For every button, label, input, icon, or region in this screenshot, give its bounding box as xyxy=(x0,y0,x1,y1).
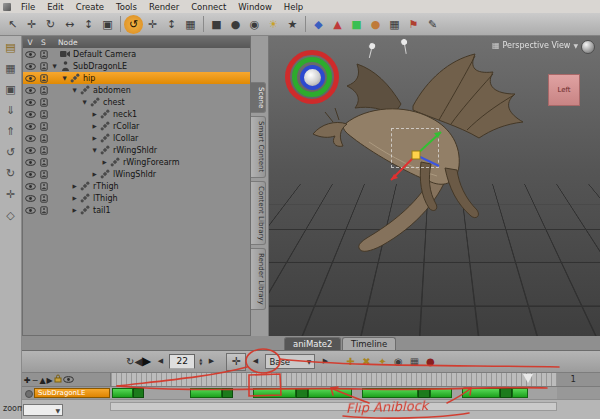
selection-icon[interactable] xyxy=(37,122,50,131)
sphere-primitive-icon[interactable]: ● xyxy=(226,15,245,34)
rotation-gizmo[interactable] xyxy=(285,50,339,104)
add-track-button[interactable]: ✚ xyxy=(24,376,31,385)
aniblock[interactable] xyxy=(362,388,418,398)
delete-key-button[interactable]: ✖ xyxy=(360,354,372,369)
visibility-eye-icon[interactable] xyxy=(23,87,37,94)
scene-node-lthigh[interactable]: ▶lThigh xyxy=(23,192,250,204)
move-track-up-button[interactable]: ▲ xyxy=(39,376,45,385)
pan-camera-icon[interactable]: ✛ xyxy=(143,15,162,34)
undo-icon[interactable]: ↺ xyxy=(2,144,20,162)
selection-icon[interactable] xyxy=(37,110,50,119)
selection-icon[interactable] xyxy=(37,158,50,167)
tab-scene[interactable]: Scene xyxy=(251,82,266,113)
view-style-button[interactable] xyxy=(581,40,595,54)
expand-arrow-icon[interactable]: ▼ xyxy=(50,63,59,69)
view-selector[interactable]: ▦ Perspective View ▼ xyxy=(492,41,578,50)
scene-node-neck1[interactable]: ▶neck1 xyxy=(23,108,250,120)
menu-render[interactable]: Render xyxy=(143,2,185,12)
menu-edit[interactable]: Edit xyxy=(41,2,69,12)
record-button[interactable]: ● xyxy=(424,354,436,369)
visibility-eye-icon[interactable] xyxy=(23,135,37,142)
open-file-icon[interactable]: ▤ xyxy=(2,39,20,57)
node-select-tool-icon[interactable]: ↖ xyxy=(3,15,22,34)
tab-content-library[interactable]: Content Library xyxy=(251,181,266,246)
menu-window[interactable]: Window xyxy=(232,2,278,12)
key-options-button[interactable]: ✦ xyxy=(376,354,388,369)
aniblock[interactable] xyxy=(190,388,222,398)
fit-aniblocks-button[interactable]: ✛ xyxy=(226,353,246,371)
aniblock[interactable] xyxy=(133,388,144,398)
render-icon[interactable]: ● xyxy=(366,15,385,34)
tab-timeline[interactable]: Timeline xyxy=(342,337,396,350)
aniblock[interactable] xyxy=(253,388,296,398)
selection-icon[interactable] xyxy=(37,146,50,155)
translate-gizmo[interactable] xyxy=(381,120,451,190)
render-settings-icon[interactable]: ▦ xyxy=(385,15,404,34)
selection-icon[interactable] xyxy=(37,74,50,83)
scene-node-lwingshldr[interactable]: ▶lWingShldr xyxy=(23,168,250,180)
scene-node-abdomen[interactable]: ▼abdomen xyxy=(23,84,250,96)
frame-camera-icon[interactable]: ▦ xyxy=(181,15,200,34)
dolly-camera-icon[interactable]: ↕ xyxy=(162,15,181,34)
aniblock[interactable] xyxy=(296,388,308,398)
redo-icon[interactable]: ↻ xyxy=(2,165,20,183)
pin-icon[interactable] xyxy=(398,37,413,57)
scene-node-rcollar[interactable]: ▶rCollar xyxy=(23,120,250,132)
translate-tool-icon[interactable]: ↔ xyxy=(60,15,79,34)
visibility-eye-icon[interactable] xyxy=(23,207,37,214)
aniblock[interactable] xyxy=(462,388,500,398)
tab-render-library[interactable]: Render Library xyxy=(251,248,266,310)
frame-stepper-arrows[interactable]: ▲▼ xyxy=(199,358,202,366)
axis-cube-icon[interactable]: ◇ xyxy=(2,207,20,225)
visibility-eye-icon[interactable] xyxy=(23,123,37,130)
annotate-icon[interactable]: ✎ xyxy=(423,15,442,34)
graph-button[interactable]: ▦ xyxy=(408,354,420,369)
visibility-eye-icon[interactable] xyxy=(23,75,37,82)
y-ring-icon[interactable] xyxy=(292,57,332,97)
material-icon[interactable]: ■ xyxy=(347,15,366,34)
frame-prev-button[interactable]: ◀ xyxy=(154,354,166,369)
selection-icon[interactable] xyxy=(37,134,50,143)
aniblock[interactable] xyxy=(512,388,528,398)
scene-node-rthigh[interactable]: ▶rThigh xyxy=(23,180,250,192)
smoothing-icon[interactable]: ◆ xyxy=(309,15,328,34)
selection-icon[interactable] xyxy=(37,62,50,71)
cube-primitive-icon[interactable]: ■ xyxy=(207,15,226,34)
tab-smart-content[interactable]: Smart Content xyxy=(251,116,266,177)
scale-tool-icon[interactable]: ↕ xyxy=(79,15,98,34)
selection-icon[interactable] xyxy=(37,50,50,59)
frame-spinner[interactable]: 22 xyxy=(169,354,195,369)
visibility-eye-icon[interactable] xyxy=(23,147,37,154)
expand-arrow-icon[interactable]: ▶ xyxy=(90,111,99,117)
expand-arrow-icon[interactable]: ▶ xyxy=(100,159,109,165)
scene-node-lcollar[interactable]: ▶lCollar xyxy=(23,132,250,144)
tab-animate2[interactable]: aniMate2 xyxy=(284,337,341,350)
move-icon[interactable]: ✛ xyxy=(2,186,20,204)
expand-arrow-icon[interactable]: ▼ xyxy=(90,147,99,153)
surface-select-tool-icon[interactable]: ▣ xyxy=(98,15,117,34)
expand-arrow-icon[interactable]: ▶ xyxy=(70,207,79,213)
lock-icon[interactable] xyxy=(54,376,62,385)
scene-node-rwingshldr[interactable]: ▼rWingShldr xyxy=(23,144,250,156)
camera-keys-button[interactable]: ◉ xyxy=(392,354,404,369)
selection-icon[interactable] xyxy=(37,194,50,203)
save-icon[interactable]: ▣ xyxy=(2,81,20,99)
aniblock[interactable] xyxy=(430,388,452,398)
aniblock[interactable] xyxy=(418,388,430,398)
selection-icon[interactable] xyxy=(37,98,50,107)
menu-tools[interactable]: Tools xyxy=(110,2,143,12)
move-track-right-button[interactable]: ▶ xyxy=(47,376,53,385)
play-button[interactable]: ▶ xyxy=(142,354,151,368)
menu-connect[interactable]: Connect xyxy=(185,2,232,12)
visibility-eye-icon[interactable] xyxy=(23,159,37,166)
scene-node-default-camera[interactable]: Default Camera xyxy=(23,48,250,60)
go-start-button[interactable]: ◀ xyxy=(134,356,142,367)
create-key-button[interactable]: ✚ xyxy=(344,354,356,369)
remove-track-button[interactable]: − xyxy=(32,376,39,385)
expand-arrow-icon[interactable]: ▼ xyxy=(60,75,69,81)
timeline-ruler[interactable] xyxy=(110,373,557,386)
collision-icon[interactable]: ▲ xyxy=(328,15,347,34)
orbit-camera-icon[interactable]: ↺ xyxy=(124,15,143,34)
scene-node-subdragonle[interactable]: ▼SubDragonLE xyxy=(23,60,250,72)
visibility-eye-icon[interactable] xyxy=(23,183,37,190)
